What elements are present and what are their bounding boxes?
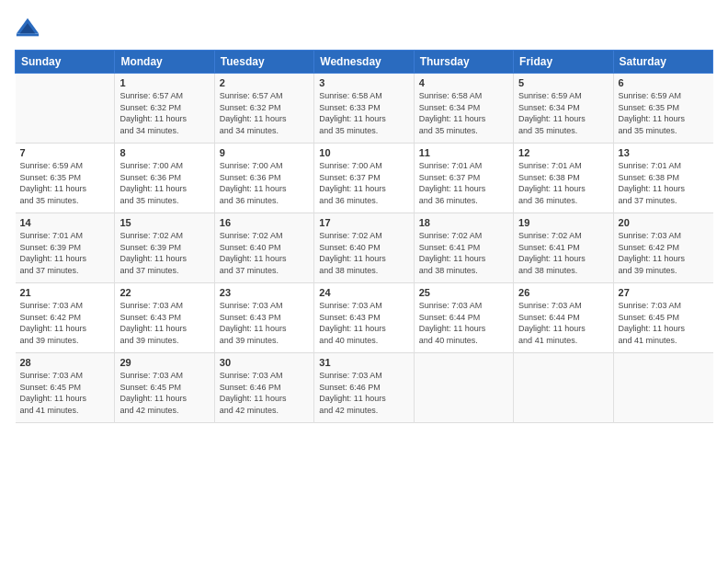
cell-info: Sunrise: 7:02 AM Sunset: 6:39 PM Dayligh… <box>119 230 209 276</box>
cell-info: Sunrise: 7:03 AM Sunset: 6:43 PM Dayligh… <box>119 300 209 346</box>
day-number: 20 <box>619 217 709 228</box>
calendar-cell <box>16 74 115 144</box>
calendar-cell: 3Sunrise: 6:58 AM Sunset: 6:33 PM Daylig… <box>314 74 414 144</box>
cell-info: Sunrise: 7:03 AM Sunset: 6:43 PM Dayligh… <box>319 300 408 346</box>
day-number: 13 <box>619 147 709 158</box>
header-cell-saturday: Saturday <box>613 51 712 74</box>
day-number: 15 <box>119 217 209 228</box>
day-number: 1 <box>119 77 209 88</box>
day-number: 3 <box>319 77 408 88</box>
logo <box>15 15 44 40</box>
cell-info: Sunrise: 7:03 AM Sunset: 6:46 PM Dayligh… <box>220 370 309 416</box>
cell-info: Sunrise: 6:59 AM Sunset: 6:35 PM Dayligh… <box>20 160 110 206</box>
day-number: 29 <box>119 357 209 368</box>
day-number: 19 <box>518 217 608 228</box>
calendar-cell: 14Sunrise: 7:01 AM Sunset: 6:39 PM Dayli… <box>16 213 115 283</box>
calendar-week-4: 21Sunrise: 7:03 AM Sunset: 6:42 PM Dayli… <box>16 283 713 353</box>
calendar-cell: 1Sunrise: 6:57 AM Sunset: 6:32 PM Daylig… <box>115 74 214 144</box>
calendar-cell: 29Sunrise: 7:03 AM Sunset: 6:45 PM Dayli… <box>115 353 214 423</box>
calendar-cell: 6Sunrise: 6:59 AM Sunset: 6:35 PM Daylig… <box>613 74 712 144</box>
page: SundayMondayTuesdayWednesdayThursdayFrid… <box>0 0 728 563</box>
calendar-cell: 11Sunrise: 7:01 AM Sunset: 6:37 PM Dayli… <box>414 144 513 213</box>
calendar-cell <box>514 353 613 423</box>
day-number: 21 <box>20 287 110 298</box>
day-number: 30 <box>220 357 309 368</box>
day-number: 31 <box>319 357 408 368</box>
day-number: 27 <box>619 287 709 298</box>
calendar-cell: 7Sunrise: 6:59 AM Sunset: 6:35 PM Daylig… <box>16 144 115 213</box>
calendar-cell: 24Sunrise: 7:03 AM Sunset: 6:43 PM Dayli… <box>314 283 414 353</box>
calendar-cell: 25Sunrise: 7:03 AM Sunset: 6:44 PM Dayli… <box>414 283 513 353</box>
cell-info: Sunrise: 6:59 AM Sunset: 6:34 PM Dayligh… <box>518 90 608 136</box>
calendar-table: SundayMondayTuesdayWednesdayThursdayFrid… <box>15 50 713 423</box>
cell-info: Sunrise: 7:02 AM Sunset: 6:40 PM Dayligh… <box>220 230 309 276</box>
calendar-cell: 27Sunrise: 7:03 AM Sunset: 6:45 PM Dayli… <box>613 283 712 353</box>
header-cell-friday: Friday <box>514 51 613 74</box>
cell-info: Sunrise: 7:03 AM Sunset: 6:45 PM Dayligh… <box>119 370 209 416</box>
header-cell-wednesday: Wednesday <box>314 51 414 74</box>
day-number: 22 <box>119 287 209 298</box>
calendar-cell: 15Sunrise: 7:02 AM Sunset: 6:39 PM Dayli… <box>115 213 214 283</box>
day-number: 4 <box>419 77 508 88</box>
cell-info: Sunrise: 6:57 AM Sunset: 6:32 PM Dayligh… <box>220 90 309 136</box>
svg-rect-2 <box>17 34 39 37</box>
logo-icon <box>15 15 40 40</box>
calendar-cell: 8Sunrise: 7:00 AM Sunset: 6:36 PM Daylig… <box>115 144 214 213</box>
header-cell-tuesday: Tuesday <box>214 51 313 74</box>
header-cell-sunday: Sunday <box>16 51 115 74</box>
day-number: 10 <box>319 147 408 158</box>
day-number: 25 <box>419 287 508 298</box>
cell-info: Sunrise: 7:03 AM Sunset: 6:45 PM Dayligh… <box>619 300 709 346</box>
calendar-cell: 31Sunrise: 7:03 AM Sunset: 6:46 PM Dayli… <box>314 353 414 423</box>
calendar-cell: 28Sunrise: 7:03 AM Sunset: 6:45 PM Dayli… <box>16 353 115 423</box>
day-number: 28 <box>20 357 110 368</box>
calendar-cell <box>613 353 712 423</box>
cell-info: Sunrise: 7:03 AM Sunset: 6:42 PM Dayligh… <box>619 230 709 276</box>
day-number: 24 <box>319 287 408 298</box>
cell-info: Sunrise: 7:03 AM Sunset: 6:45 PM Dayligh… <box>20 370 110 416</box>
calendar-cell: 21Sunrise: 7:03 AM Sunset: 6:42 PM Dayli… <box>16 283 115 353</box>
calendar-body: 1Sunrise: 6:57 AM Sunset: 6:32 PM Daylig… <box>16 74 713 423</box>
cell-info: Sunrise: 7:02 AM Sunset: 6:41 PM Dayligh… <box>419 230 508 276</box>
day-number: 9 <box>220 147 309 158</box>
calendar-cell: 26Sunrise: 7:03 AM Sunset: 6:44 PM Dayli… <box>514 283 613 353</box>
cell-info: Sunrise: 7:01 AM Sunset: 6:38 PM Dayligh… <box>619 160 709 206</box>
calendar-cell: 4Sunrise: 6:58 AM Sunset: 6:34 PM Daylig… <box>414 74 513 144</box>
day-number: 14 <box>20 217 110 228</box>
calendar-cell: 19Sunrise: 7:02 AM Sunset: 6:41 PM Dayli… <box>514 213 613 283</box>
cell-info: Sunrise: 7:01 AM Sunset: 6:37 PM Dayligh… <box>419 160 508 206</box>
cell-info: Sunrise: 7:03 AM Sunset: 6:42 PM Dayligh… <box>20 300 110 346</box>
calendar-cell: 5Sunrise: 6:59 AM Sunset: 6:34 PM Daylig… <box>514 74 613 144</box>
cell-info: Sunrise: 6:58 AM Sunset: 6:33 PM Dayligh… <box>319 90 408 136</box>
cell-info: Sunrise: 7:03 AM Sunset: 6:43 PM Dayligh… <box>220 300 309 346</box>
cell-info: Sunrise: 6:59 AM Sunset: 6:35 PM Dayligh… <box>619 90 709 136</box>
calendar-header: SundayMondayTuesdayWednesdayThursdayFrid… <box>16 51 713 74</box>
cell-info: Sunrise: 7:03 AM Sunset: 6:44 PM Dayligh… <box>419 300 508 346</box>
calendar-week-3: 14Sunrise: 7:01 AM Sunset: 6:39 PM Dayli… <box>16 213 713 283</box>
day-number: 8 <box>119 147 209 158</box>
header <box>15 15 713 40</box>
day-number: 6 <box>619 77 709 88</box>
cell-info: Sunrise: 7:02 AM Sunset: 6:41 PM Dayligh… <box>518 230 608 276</box>
cell-info: Sunrise: 7:02 AM Sunset: 6:40 PM Dayligh… <box>319 230 408 276</box>
day-number: 23 <box>220 287 309 298</box>
calendar-cell: 23Sunrise: 7:03 AM Sunset: 6:43 PM Dayli… <box>214 283 313 353</box>
day-number: 5 <box>518 77 608 88</box>
day-number: 18 <box>419 217 508 228</box>
header-cell-monday: Monday <box>115 51 214 74</box>
header-cell-thursday: Thursday <box>414 51 513 74</box>
calendar-cell: 12Sunrise: 7:01 AM Sunset: 6:38 PM Dayli… <box>514 144 613 213</box>
cell-info: Sunrise: 7:03 AM Sunset: 6:44 PM Dayligh… <box>518 300 608 346</box>
calendar-week-1: 1Sunrise: 6:57 AM Sunset: 6:32 PM Daylig… <box>16 74 713 144</box>
header-row: SundayMondayTuesdayWednesdayThursdayFrid… <box>16 51 713 74</box>
calendar-cell: 17Sunrise: 7:02 AM Sunset: 6:40 PM Dayli… <box>314 213 414 283</box>
cell-info: Sunrise: 7:01 AM Sunset: 6:39 PM Dayligh… <box>20 230 110 276</box>
cell-info: Sunrise: 7:00 AM Sunset: 6:36 PM Dayligh… <box>119 160 209 206</box>
calendar-week-2: 7Sunrise: 6:59 AM Sunset: 6:35 PM Daylig… <box>16 144 713 213</box>
day-number: 26 <box>518 287 608 298</box>
calendar-cell: 2Sunrise: 6:57 AM Sunset: 6:32 PM Daylig… <box>214 74 313 144</box>
day-number: 16 <box>220 217 309 228</box>
cell-info: Sunrise: 7:00 AM Sunset: 6:36 PM Dayligh… <box>220 160 309 206</box>
day-number: 7 <box>20 147 110 158</box>
day-number: 2 <box>220 77 309 88</box>
